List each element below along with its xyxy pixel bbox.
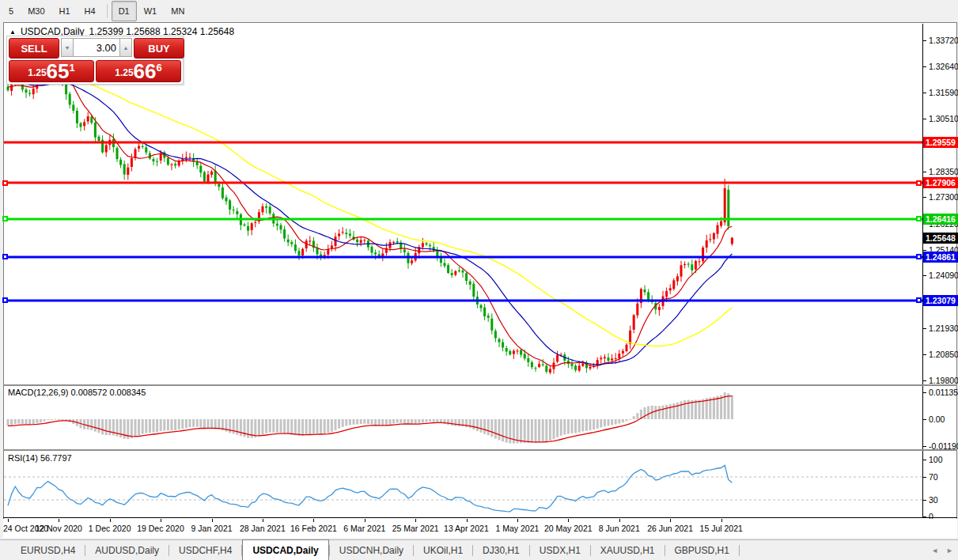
one-click-trading-panel: SELL ▼ ▲ BUY 1.25651 1.25666 [6,36,184,85]
sell-price-prefix: 1.25 [28,67,46,78]
chevron-up-icon: ▲ [123,45,129,51]
macd-tick-label: -0.011904 [929,441,958,451]
price-tick-label: 1.21930 [929,324,958,333]
rsi-label: RSI(14) 56.7797 [8,453,72,463]
tab-audusd-daily[interactable]: AUDUSD,Daily [85,540,169,560]
price-tick-mark [923,354,926,355]
left-line-marker[interactable] [2,180,8,186]
price-tick-label: 1.24090 [929,271,958,280]
tab-gbpusd-h1[interactable]: GBPUSD,H1 [665,540,739,560]
tab-usdchf-h4[interactable]: USDCHF,H4 [169,540,241,560]
price-tick-label: 1.27300 [929,192,958,202]
volume-decrease-button[interactable]: ▼ [61,38,74,57]
rsi-tick-label: 30 [929,495,938,505]
chevron-down-icon: ▼ [65,45,70,51]
date-tick-mark [263,519,263,522]
date-tick-mark [8,519,9,522]
price-tick-mark [923,93,926,93]
current-price-badge: 1.25648 [923,233,958,244]
sell-button[interactable]: SELL [9,38,59,59]
tab-ukoil-h1[interactable]: UKOil,H1 [414,540,472,560]
date-tick-mark [59,519,59,522]
right-line-marker[interactable] [916,297,922,303]
tab-eurusd-h4[interactable]: EURUSD,H4 [11,540,85,560]
right-line-marker[interactable] [916,180,922,186]
price-tick-mark [923,275,926,276]
timeframe-button-5[interactable]: 5 [2,1,21,21]
date-tick-mark [415,519,416,522]
date-tick-mark [365,519,365,522]
tab-dj30-h1[interactable]: DJ30,H1 [473,540,529,560]
tab-xauusd-h1[interactable]: XAUUSD,H1 [591,540,665,560]
rsi-pane-bottom-border [3,517,957,518]
rsi-indicator-chart[interactable] [4,451,922,517]
tab-usdcnh-daily[interactable]: USDCNH,Daily [330,540,413,560]
timeframe-button-h1[interactable]: H1 [52,1,78,21]
price-tick-mark [923,119,926,119]
timeframe-button-h4[interactable]: H4 [78,1,103,21]
timeframe-button-mn[interactable]: MN [164,1,191,21]
price-tick-label: 1.31590 [929,88,958,97]
level-badge-1.26416: 1.26416 [923,214,958,225]
date-tick-mark [517,519,518,522]
left-line-marker[interactable] [2,254,8,259]
date-tick-mark [670,519,671,522]
tab-divider [739,545,740,556]
volume-increase-button[interactable]: ▲ [119,38,132,57]
macd-tick-mark [923,392,926,393]
date-tick-label: 12 Nov 2020 [35,524,82,533]
date-axis[interactable]: 24 Oct 202012 Nov 20201 Dec 202019 Dec 2… [3,519,957,538]
date-tick-label: 19 Dec 2020 [137,524,184,533]
price-tick-mark [923,380,926,381]
date-tick-label: 8 Jun 2021 [599,524,640,533]
price-tick-label: 1.28350 [929,167,958,176]
date-tick-label: 9 Jan 2021 [191,524,233,533]
price-tick-label: 1.32640 [929,62,958,71]
timeframe-button-w1[interactable]: W1 [137,1,165,21]
price-tick-mark [923,40,926,41]
buy-price-display[interactable]: 1.25666 [96,60,181,82]
tab-scroll-left-icon[interactable]: ◄ [931,547,938,554]
buy-button[interactable]: BUY [134,38,184,59]
timeframe-button-d1[interactable]: D1 [112,1,137,21]
date-tick-label: 13 Apr 2021 [444,524,489,533]
rsi-tick-mark [923,516,926,517]
timeframe-button-m30[interactable]: M30 [21,1,51,21]
rsi-tick-mark [923,460,926,460]
price-tick-mark [923,328,926,329]
timeframe-toolbar: 5M30H1H4D1W1MN [0,0,958,22]
price-tick-mark [923,250,926,251]
date-tick-label: 6 Mar 2021 [343,524,385,533]
date-tick-mark [619,519,620,522]
volume-input[interactable] [74,38,119,57]
macd-tick-mark [923,446,926,447]
level-badge-1.27906: 1.27906 [923,177,958,188]
macd-tick-mark [923,419,926,420]
date-tick-mark [110,519,111,522]
buy-price-big: 66 [134,62,157,81]
tab-usdcad-daily[interactable]: USDCAD,Daily [242,539,328,560]
right-line-marker[interactable] [916,254,922,259]
level-badge-1.24861: 1.24861 [923,252,958,263]
collapse-icon[interactable]: ▲ [9,28,16,36]
price-tick-label: 1.33720 [929,36,958,45]
price-tick-label: 1.20850 [929,350,958,359]
date-tick-label: 28 Jan 2021 [240,524,286,533]
left-line-marker[interactable] [2,297,8,303]
price-axis-border [922,24,923,518]
buy-price-prefix: 1.25 [115,67,133,78]
right-line-marker[interactable] [916,216,922,221]
tab-usdx-h1[interactable]: USDX,H1 [530,540,590,560]
date-tick-mark [721,519,722,522]
toolbar-separator [107,4,108,18]
buy-price-pip: 6 [157,62,162,74]
price-tick-mark [923,197,926,198]
left-line-marker[interactable] [2,216,8,221]
date-tick-mark [568,519,569,522]
date-tick-label: 16 Feb 2021 [290,524,337,533]
sell-price-big: 65 [47,62,70,81]
tab-scroll-right-icon[interactable]: ► [946,547,953,554]
rsi-tick-mark [923,500,926,501]
sell-price-display[interactable]: 1.25651 [9,60,94,82]
macd-tick-label: 0.00 [929,414,945,424]
